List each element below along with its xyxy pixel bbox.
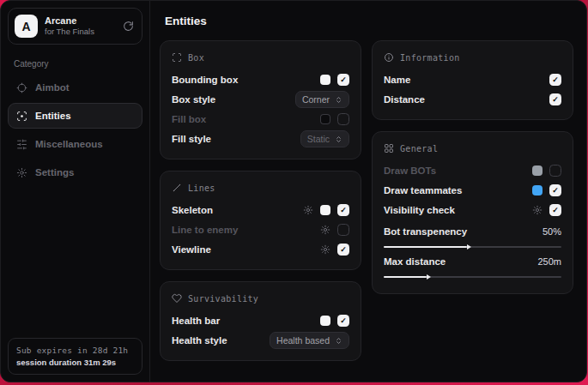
dropdown-value: Health based	[276, 335, 330, 346]
chevrons-up-down-icon	[335, 135, 342, 143]
viewline-checkbox[interactable]	[337, 244, 349, 256]
app-titles: Arcane for The Finals	[45, 15, 94, 38]
heart-icon	[172, 293, 182, 304]
row-label: Fill box	[172, 114, 206, 124]
grid-icon	[384, 143, 394, 153]
section-title: Box	[188, 53, 204, 63]
sidebar-item-label: Aimbot	[35, 82, 70, 93]
bot-transparency-labels: Bot transpenency 50%	[384, 223, 561, 240]
information-section: Information Name Distance	[372, 40, 573, 120]
subscription-info: Sub expires in 28d 21h session duration …	[8, 338, 142, 375]
sidebar-item-aimbot[interactable]: Aimbot	[8, 75, 142, 100]
fill-style-dropdown[interactable]: Static	[300, 130, 349, 147]
health-bar-row: Health bar	[172, 311, 349, 330]
line-to-enemy-settings-gear-icon[interactable]	[320, 225, 330, 235]
dropdown-value: Corner	[302, 94, 330, 105]
sidebar-item-miscellaneous[interactable]: Miscellaneous	[8, 131, 142, 157]
diagonal-line-icon	[172, 183, 182, 193]
app-window: A Arcane for The Finals Category Aimbot …	[0, 0, 587, 382]
sidebar-item-settings[interactable]: Settings	[8, 159, 142, 185]
row-label: Name	[384, 75, 410, 85]
skeleton-row: Skeleton	[172, 201, 349, 220]
page-title: Entities	[165, 15, 573, 27]
bounding-box-row: Bounding box	[172, 70, 349, 89]
lines-section: Lines Skeleton Line to enem	[160, 171, 361, 270]
sidebar-item-label: Miscellaneous	[35, 139, 103, 149]
row-label: Fill style	[172, 134, 211, 144]
scan-eye-icon	[16, 111, 27, 122]
row-label: Draw BOTs	[384, 165, 436, 176]
section-title: Survivability	[188, 294, 258, 304]
box-style-dropdown[interactable]: Corner	[295, 91, 349, 108]
crosshair-icon	[16, 82, 27, 93]
color-swatch[interactable]	[320, 205, 330, 215]
sidebar-item-label: Settings	[35, 167, 74, 177]
slider-value: 250m	[537, 256, 561, 267]
color-swatch[interactable]	[532, 185, 543, 196]
line-to-enemy-row: Line to enemy	[172, 220, 349, 239]
box-section: Box Bounding box Box style Cor	[160, 40, 361, 159]
slider-label: Max distance	[384, 256, 446, 267]
app-logo: A	[15, 15, 38, 38]
survivability-section: Survivability Health bar Health style	[160, 281, 361, 361]
health-bar-checkbox[interactable]	[337, 315, 349, 327]
slider-fill	[384, 246, 467, 248]
color-swatch[interactable]	[320, 114, 330, 124]
sidebar-item-entities[interactable]: Entities	[8, 103, 142, 129]
fill-box-row: Fill box	[172, 110, 349, 129]
visibility-settings-gear-icon[interactable]	[532, 205, 543, 215]
sidebar-item-label: Entities	[35, 111, 71, 121]
name-checkbox[interactable]	[549, 74, 561, 86]
health-style-row: Health style Health based	[172, 331, 349, 350]
row-label: Bounding box	[172, 75, 238, 85]
viewline-settings-gear-icon[interactable]	[320, 244, 330, 255]
row-label: Health bar	[172, 316, 220, 326]
row-label: Draw teammates	[384, 185, 462, 196]
row-label: Health style	[172, 335, 227, 346]
section-title: General	[400, 144, 438, 153]
draw-bots-checkbox[interactable]	[549, 165, 561, 177]
draw-teammates-checkbox[interactable]	[549, 184, 561, 196]
row-label: Box style	[172, 94, 215, 105]
slider-fill	[384, 276, 427, 278]
skeleton-settings-gear-icon[interactable]	[303, 205, 313, 215]
app-header: A Arcane for The Finals	[8, 8, 142, 45]
app-subtitle: for The Finals	[45, 27, 94, 37]
line-to-enemy-checkbox[interactable]	[337, 224, 349, 236]
distance-checkbox[interactable]	[549, 93, 561, 105]
fill-box-checkbox[interactable]	[337, 113, 349, 125]
refresh-icon[interactable]	[123, 21, 134, 32]
row-label: Distance	[384, 94, 425, 105]
section-title: Information	[400, 53, 460, 63]
bot-transparency-slider[interactable]	[384, 246, 561, 248]
bounding-box-checkbox[interactable]	[337, 74, 349, 86]
max-distance-labels: Max distance 250m	[384, 253, 561, 270]
color-swatch[interactable]	[532, 165, 543, 176]
row-label: Visibility check	[384, 205, 455, 215]
session-duration-text: session duration 31m 29s	[16, 358, 134, 367]
max-distance-slider[interactable]	[384, 276, 561, 278]
fill-style-row: Fill style Static	[172, 129, 349, 148]
skeleton-checkbox[interactable]	[337, 204, 349, 216]
gear-icon	[16, 167, 27, 178]
visibility-check-checkbox[interactable]	[549, 204, 561, 216]
color-swatch[interactable]	[320, 75, 330, 85]
general-section: General Draw BOTs Draw teammates	[372, 131, 573, 294]
color-swatch[interactable]	[320, 316, 330, 326]
app-name: Arcane	[45, 15, 94, 27]
distance-row: Distance	[384, 90, 561, 109]
slider-value: 50%	[543, 226, 561, 237]
visibility-check-row: Visibility check	[384, 201, 561, 220]
sub-expiry-text: Sub expires in 28d 21h	[16, 346, 134, 355]
row-label: Skeleton	[172, 205, 213, 215]
chevrons-up-down-icon	[335, 96, 342, 104]
health-style-dropdown[interactable]: Health based	[270, 332, 349, 349]
dropdown-value: Static	[307, 134, 330, 144]
draw-bots-row: Draw BOTs	[384, 161, 561, 180]
category-label: Category	[14, 59, 142, 69]
slider-label: Bot transpenency	[384, 226, 467, 237]
box-style-row: Box style Corner	[172, 90, 349, 109]
sliders-icon	[16, 139, 27, 150]
chevrons-up-down-icon	[335, 337, 342, 345]
draw-teammates-row: Draw teammates	[384, 181, 561, 200]
